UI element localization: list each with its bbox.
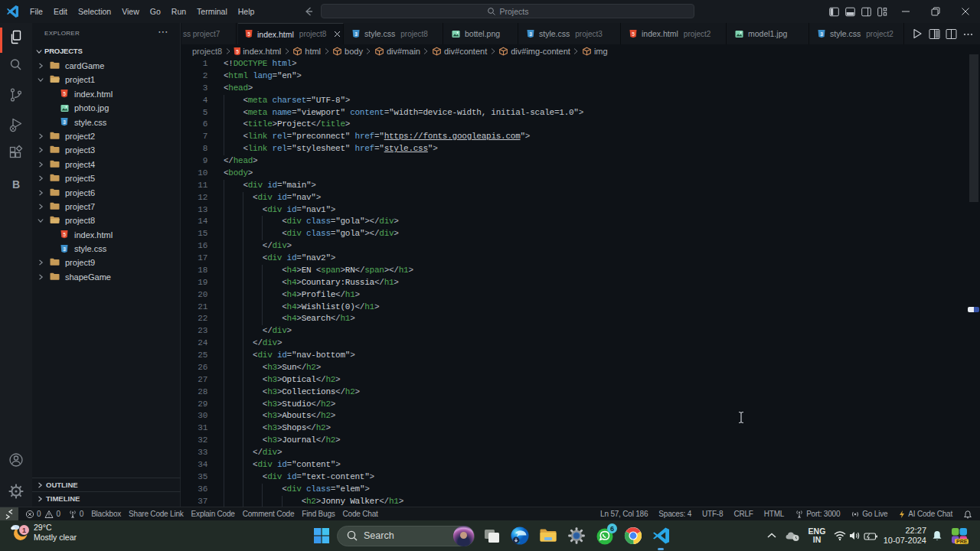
svg-text:3: 3 xyxy=(63,246,66,251)
svg-text:5: 5 xyxy=(63,91,66,96)
svg-text:5: 5 xyxy=(247,31,250,37)
svg-text:3: 3 xyxy=(820,31,823,36)
svg-text:5: 5 xyxy=(63,232,66,237)
svg-text:3: 3 xyxy=(354,31,358,36)
svg-text:3: 3 xyxy=(529,31,532,36)
svg-text:3: 3 xyxy=(63,119,66,125)
svg-text:5: 5 xyxy=(236,49,239,54)
svg-text:5: 5 xyxy=(632,31,635,36)
